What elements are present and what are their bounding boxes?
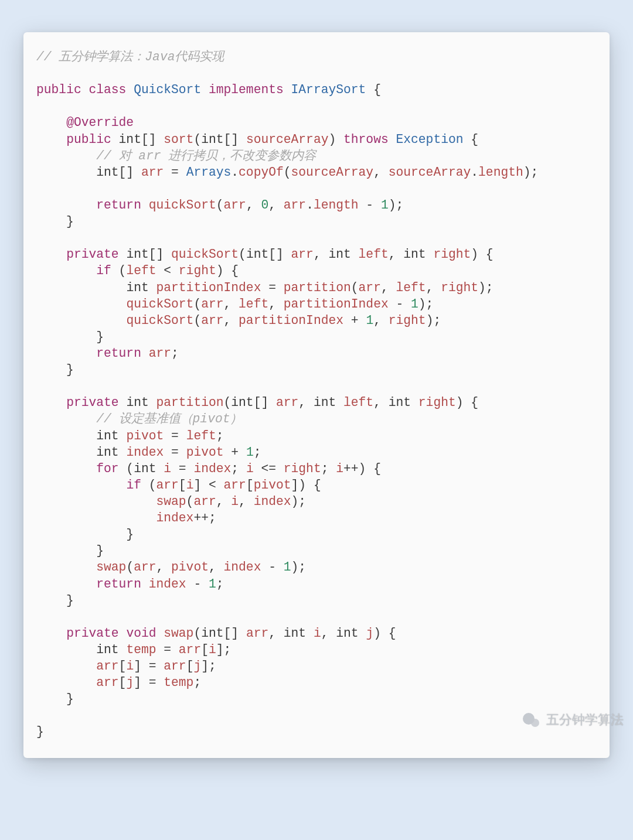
- code-token: quickSort: [149, 198, 216, 212]
- code-token: =: [164, 429, 186, 443]
- code-token: ,: [239, 494, 254, 508]
- code-token: pivot: [186, 445, 224, 459]
- code-token: [36, 297, 126, 311]
- code-token: 1: [209, 577, 216, 591]
- code-token: [36, 429, 96, 443]
- code-token: <: [156, 264, 179, 278]
- code-token: (: [141, 478, 156, 492]
- code-token: [111, 132, 119, 146]
- code-block: // 五分钟学算法：Java代码实现 public class QuickSor…: [36, 49, 597, 740]
- code-token: swap: [164, 626, 193, 640]
- code-token: QuickSort: [134, 83, 201, 97]
- code-token: int: [126, 395, 148, 409]
- code-token: [36, 494, 156, 508]
- code-token: [156, 626, 164, 640]
- code-token: ;: [171, 346, 179, 360]
- code-token: ++;: [193, 511, 216, 525]
- code-token: [36, 560, 96, 574]
- code-token: [: [119, 659, 127, 673]
- code-token: 1: [411, 297, 418, 311]
- code-token: ] =: [134, 675, 164, 689]
- code-token: [36, 577, 96, 591]
- code-token: throws: [343, 132, 389, 146]
- code-token: [36, 247, 66, 261]
- code-token: =: [164, 445, 186, 459]
- code-token: [119, 445, 127, 459]
- code-token: ) {: [373, 626, 396, 640]
- code-token: arr: [149, 346, 171, 360]
- code-token: j: [366, 626, 373, 640]
- code-token: }: [36, 593, 74, 607]
- code-token: ,: [156, 560, 172, 574]
- code-token: ,: [209, 560, 224, 574]
- code-token: [126, 83, 134, 97]
- code-token: index: [149, 577, 186, 591]
- code-token: int: [314, 395, 336, 409]
- code-token: .: [231, 165, 239, 179]
- code-token: -: [359, 198, 381, 212]
- code-token: [119, 643, 127, 657]
- code-token: class: [89, 83, 126, 97]
- code-token: arr: [96, 659, 118, 673]
- code-token: ;: [231, 462, 246, 476]
- code-token: @Override: [66, 115, 134, 129]
- code-token: []: [149, 247, 171, 261]
- code-token: int: [246, 247, 268, 261]
- code-token: ,: [268, 198, 284, 212]
- code-token: ,: [381, 281, 396, 295]
- code-token: ,: [224, 297, 239, 311]
- code-token: ) {: [359, 462, 381, 476]
- code-token: [: [246, 478, 254, 492]
- code-token: }: [36, 214, 74, 228]
- code-token: arr: [201, 297, 223, 311]
- code-token: arr: [246, 626, 268, 640]
- code-token: [36, 132, 66, 146]
- code-token: sourceArray: [389, 165, 471, 179]
- code-token: [36, 115, 66, 129]
- code-token: arr: [201, 313, 223, 327]
- code-token: [36, 445, 96, 459]
- code-token: 1: [366, 313, 373, 327]
- code-token: copyOf: [239, 165, 284, 179]
- code-token: sort: [164, 132, 193, 146]
- code-token: length: [314, 198, 359, 212]
- code-token: i: [186, 478, 194, 492]
- code-token: [141, 198, 149, 212]
- code-token: i: [126, 659, 134, 673]
- code-token: Exception: [396, 132, 464, 146]
- code-token: swap: [156, 494, 186, 508]
- code-token: []: [119, 165, 141, 179]
- code-token: index: [254, 494, 291, 508]
- code-token: ;: [216, 577, 224, 591]
- code-token: [36, 462, 96, 476]
- code-token: arr: [359, 281, 381, 295]
- code-token: private: [66, 626, 118, 640]
- code-token: right: [179, 264, 216, 278]
- code-token: public: [66, 132, 111, 146]
- code-token: =: [261, 281, 283, 295]
- code-token: arr: [276, 395, 298, 409]
- code-token: left: [359, 247, 389, 261]
- code-token: [119, 429, 127, 443]
- code-token: implements: [209, 83, 284, 97]
- watermark: 五分钟学算法: [523, 711, 624, 729]
- code-token: left: [186, 429, 216, 443]
- code-token: void: [126, 626, 156, 640]
- code-token: =: [164, 165, 186, 179]
- code-token: int: [134, 462, 156, 476]
- code-token: (: [284, 165, 291, 179]
- code-token: // 设定基准值（pivot）: [96, 412, 242, 426]
- code-token: int: [126, 247, 148, 261]
- code-token: (: [224, 395, 232, 409]
- code-token: }: [36, 544, 104, 558]
- code-token: );: [389, 198, 404, 212]
- code-token: int: [96, 429, 118, 443]
- code-token: arr: [96, 675, 118, 689]
- code-token: }: [36, 330, 104, 344]
- code-token: i: [231, 494, 239, 508]
- code-token: [81, 83, 89, 97]
- code-token: j: [193, 659, 201, 673]
- code-token: [141, 346, 149, 360]
- code-token: partitionIndex: [284, 297, 389, 311]
- code-token: Arrays: [186, 165, 232, 179]
